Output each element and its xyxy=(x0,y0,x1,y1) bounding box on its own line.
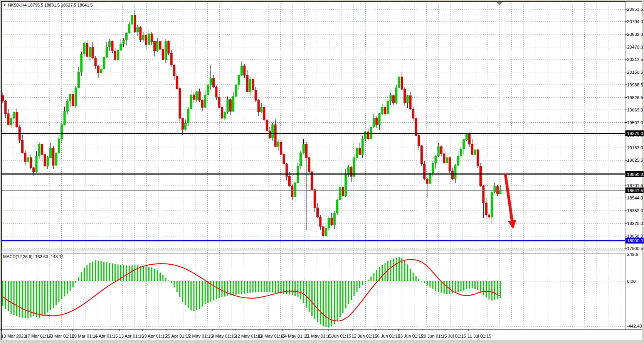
macd-histogram-bar xyxy=(16,281,17,316)
time-label: 16 Jun 01:15 xyxy=(375,334,400,338)
svg-text:18850.0: 18850.0 xyxy=(627,172,643,177)
time-label: 5 Jul 01:15 xyxy=(444,334,466,338)
macd-histogram-bar xyxy=(444,281,445,294)
macd-histogram-bar xyxy=(353,281,355,296)
macd-histogram-bar xyxy=(399,257,400,281)
macd-histogram-bar xyxy=(151,267,152,281)
macd-histogram-bar xyxy=(219,281,220,298)
macd-histogram-bar xyxy=(89,263,91,281)
macd-histogram-bar xyxy=(494,281,495,300)
time-label: 23 Mar 01:15 xyxy=(48,334,74,338)
macd-histogram-bar xyxy=(264,281,265,292)
macd-histogram-bar xyxy=(300,281,301,300)
macd-histogram-bar xyxy=(272,281,273,292)
svg-text:20470.0: 20470.0 xyxy=(627,45,643,49)
macd-histogram-bar xyxy=(309,281,310,312)
macd-histogram-bar xyxy=(486,281,487,297)
macd-histogram-bar xyxy=(230,281,231,296)
macd-histogram-bar xyxy=(72,281,74,287)
macd-histogram-bar xyxy=(86,265,87,281)
macd-histogram-bar xyxy=(227,281,228,296)
macd-histogram-bar xyxy=(429,281,430,287)
macd-histogram-bar xyxy=(188,281,189,308)
time-label: 25 Apr 01:15 xyxy=(165,334,190,338)
svg-text:19988.5: 19988.5 xyxy=(627,83,643,87)
macd-histogram-bar xyxy=(185,281,186,305)
macd-histogram-bar xyxy=(177,281,178,292)
macd-histogram-bar xyxy=(497,281,498,299)
time-label: 23 Jun 01:15 xyxy=(398,334,424,338)
macd-histogram-bar xyxy=(275,281,276,293)
macd-histogram-bar xyxy=(348,281,349,304)
macd-histogram-bar xyxy=(345,281,346,309)
macd-histogram-bar xyxy=(252,281,254,292)
macd-histogram-bar xyxy=(2,281,3,306)
macd-histogram-bar xyxy=(449,281,450,294)
macd-histogram-bar xyxy=(365,281,366,282)
macd-histogram-bar xyxy=(162,275,163,281)
time-label: 13 Mar 2023 xyxy=(1,334,26,338)
macd-histogram-bar xyxy=(277,281,279,293)
svg-text:17900.5: 17900.5 xyxy=(627,246,643,251)
macd-histogram-bar xyxy=(179,281,180,297)
macd-axis-label: 0.00 xyxy=(627,279,636,284)
svg-text:19507.0: 19507.0 xyxy=(627,120,643,125)
macd-histogram-bar xyxy=(455,281,456,293)
macd-histogram-bar xyxy=(70,281,71,291)
macd-histogram-bar xyxy=(306,281,307,308)
macd-histogram-bar xyxy=(407,264,408,281)
macd-histogram-bar xyxy=(95,260,96,281)
time-label: 8 May 01:15 xyxy=(212,334,236,338)
macd-histogram-bar xyxy=(325,281,326,327)
time-label: 4 Apr 01:15 xyxy=(95,334,118,338)
macd-histogram-bar xyxy=(199,281,200,309)
macd-histogram-bar xyxy=(53,281,54,308)
macd-histogram-bar xyxy=(286,281,287,294)
macd-histogram-bar xyxy=(78,277,79,281)
macd-histogram-bar xyxy=(8,281,9,311)
macd-histogram-bar xyxy=(140,266,141,281)
macd-histogram-bar xyxy=(19,281,20,318)
macd-histogram-bar xyxy=(182,281,183,302)
svg-text:18382.0: 18382.0 xyxy=(627,208,643,213)
macd-histogram-bar xyxy=(143,266,144,281)
macd-histogram-bar xyxy=(27,281,29,318)
macd-histogram-bar xyxy=(109,263,110,281)
macd-histogram-bar xyxy=(168,280,169,281)
macd-histogram-bar xyxy=(297,281,298,297)
macd-histogram-bar xyxy=(362,281,363,285)
macd-histogram-bar xyxy=(483,281,484,295)
svg-text:19826.5: 19826.5 xyxy=(627,95,643,100)
macd-histogram-bar xyxy=(390,260,391,281)
symbol-dropdown-icon[interactable]: ▼ xyxy=(3,3,6,7)
macd-axis-label: 249.6 xyxy=(627,252,638,257)
macd-histogram-bar xyxy=(67,281,68,294)
macd-histogram-bar xyxy=(118,264,119,281)
macd-histogram-bar xyxy=(224,281,225,297)
macd-histogram-bar xyxy=(281,281,282,293)
macd-histogram-bar xyxy=(266,281,267,292)
macd-histogram-bar xyxy=(370,277,372,281)
macd-histogram-bar xyxy=(61,281,62,299)
macd-histogram-bar xyxy=(258,281,259,292)
time-label: 12 Jun 01:15 xyxy=(351,334,377,338)
macd-histogram-bar xyxy=(207,281,209,303)
macd-histogram-bar xyxy=(469,281,470,289)
macd-histogram-bar xyxy=(477,281,478,290)
time-label: 29 Mar 01:15 xyxy=(72,334,98,338)
macd-histogram-bar xyxy=(47,281,48,313)
time-label: 29 Jun 01:15 xyxy=(421,334,447,338)
macd-histogram-bar xyxy=(393,259,394,281)
macd-histogram-bar xyxy=(446,281,447,294)
macd-histogram-bar xyxy=(255,281,256,292)
macd-histogram-bar xyxy=(131,265,133,281)
macd-histogram-bar xyxy=(303,281,304,303)
macd-histogram-bar xyxy=(22,281,23,318)
price-chart[interactable]: 20951.520794.020632.020470.020312.520150… xyxy=(0,0,644,343)
macd-histogram-bar xyxy=(320,281,321,324)
macd-histogram-bar xyxy=(233,281,234,295)
macd-histogram-bar xyxy=(356,281,358,292)
svg-text:20312.5: 20312.5 xyxy=(627,57,643,62)
macd-histogram-bar xyxy=(289,281,290,295)
macd-histogram-bar xyxy=(435,281,436,291)
